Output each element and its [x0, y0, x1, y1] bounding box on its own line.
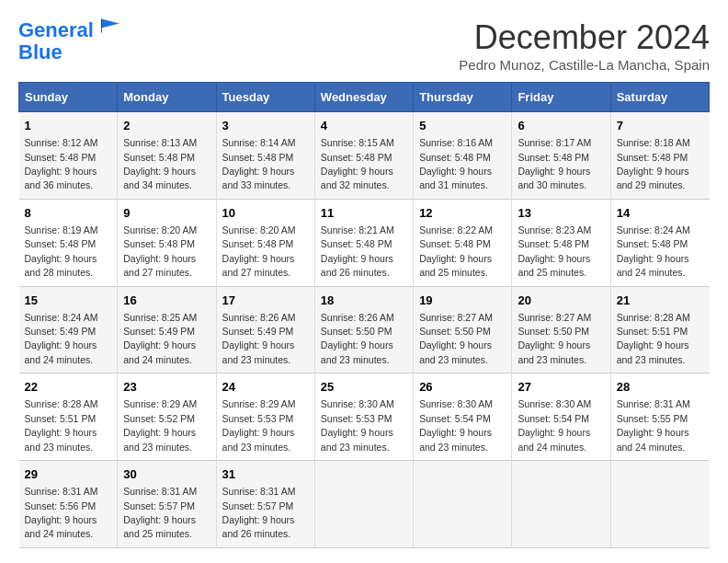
day-number: 2: [123, 118, 210, 134]
day-daylight: Daylight: 9 hours and 23 minutes.: [617, 339, 689, 364]
calendar-week-3: 22Sunrise: 8:28 AMSunset: 5:51 PMDayligh…: [19, 373, 710, 461]
day-sunset: Sunset: 5:48 PM: [222, 238, 294, 249]
col-monday: Monday: [118, 83, 216, 112]
calendar-cell: 14Sunrise: 8:24 AMSunset: 5:48 PMDayligh…: [610, 199, 709, 286]
day-number: 7: [617, 118, 704, 134]
logo-text-blue: Blue: [18, 41, 119, 63]
day-number: 3: [222, 118, 309, 134]
day-daylight: Daylight: 9 hours and 24 minutes.: [25, 514, 97, 539]
day-daylight: Daylight: 9 hours and 24 minutes.: [123, 339, 196, 364]
col-saturday: Saturday: [610, 83, 709, 112]
day-daylight: Daylight: 9 hours and 29 minutes.: [617, 166, 689, 190]
calendar-cell: 4Sunrise: 8:15 AMSunset: 5:48 PMDaylight…: [314, 112, 413, 200]
calendar-week-0: 1Sunrise: 8:12 AMSunset: 5:48 PMDaylight…: [19, 112, 710, 200]
day-number: 6: [518, 118, 604, 134]
day-number: 21: [617, 293, 704, 309]
day-sunrise: Sunrise: 8:19 AM: [25, 224, 98, 236]
day-sunset: Sunset: 5:50 PM: [321, 326, 392, 337]
day-sunrise: Sunrise: 8:31 AM: [25, 486, 98, 497]
calendar-cell: 15Sunrise: 8:24 AMSunset: 5:49 PMDayligh…: [19, 286, 118, 373]
day-number: 18: [321, 293, 407, 309]
day-sunrise: Sunrise: 8:14 AM: [222, 137, 296, 148]
day-sunrise: Sunrise: 8:26 AM: [321, 312, 394, 323]
day-daylight: Daylight: 9 hours and 27 minutes.: [222, 253, 295, 278]
day-sunset: Sunset: 5:49 PM: [222, 326, 294, 337]
calendar-cell: [610, 461, 709, 548]
day-daylight: Daylight: 9 hours and 31 minutes.: [419, 166, 492, 190]
calendar-cell: 29Sunrise: 8:31 AMSunset: 5:56 PMDayligh…: [19, 461, 118, 548]
day-number: 31: [222, 466, 309, 483]
day-sunset: Sunset: 5:48 PM: [419, 152, 491, 163]
col-tuesday: Tuesday: [216, 83, 314, 112]
day-daylight: Daylight: 9 hours and 23 minutes.: [222, 339, 295, 364]
calendar-cell: [512, 461, 610, 548]
calendar-cell: 5Sunrise: 8:16 AMSunset: 5:48 PMDaylight…: [414, 112, 512, 200]
day-number: 14: [617, 205, 704, 222]
calendar-cell: 8Sunrise: 8:19 AMSunset: 5:48 PMDaylight…: [19, 199, 118, 286]
day-sunrise: Sunrise: 8:29 AM: [123, 398, 197, 409]
day-sunset: Sunset: 5:48 PM: [123, 238, 195, 249]
col-sunday: Sunday: [19, 83, 118, 112]
col-thursday: Thursday: [414, 83, 512, 112]
day-daylight: Daylight: 9 hours and 25 minutes.: [419, 253, 492, 278]
day-sunset: Sunset: 5:48 PM: [419, 238, 491, 249]
day-sunrise: Sunrise: 8:30 AM: [419, 398, 493, 409]
day-daylight: Daylight: 9 hours and 23 minutes.: [222, 427, 295, 452]
calendar-week-1: 8Sunrise: 8:19 AMSunset: 5:48 PMDaylight…: [19, 199, 710, 286]
col-friday: Friday: [512, 83, 610, 112]
day-sunrise: Sunrise: 8:29 AM: [222, 398, 296, 409]
day-number: 23: [123, 379, 210, 396]
logo-text: General: [18, 18, 119, 41]
day-number: 27: [518, 379, 604, 396]
logo-flag-icon: [101, 17, 119, 35]
day-sunrise: Sunrise: 8:22 AM: [419, 224, 493, 236]
day-number: 11: [321, 205, 407, 222]
calendar-cell: [314, 461, 413, 548]
day-daylight: Daylight: 9 hours and 23 minutes.: [25, 427, 97, 452]
day-daylight: Daylight: 9 hours and 30 minutes.: [518, 166, 590, 190]
day-sunset: Sunset: 5:48 PM: [123, 152, 195, 163]
day-sunset: Sunset: 5:54 PM: [419, 413, 491, 424]
day-number: 20: [518, 293, 604, 309]
day-sunset: Sunset: 5:48 PM: [222, 152, 294, 163]
calendar-cell: 27Sunrise: 8:30 AMSunset: 5:54 PMDayligh…: [512, 373, 610, 461]
day-sunrise: Sunrise: 8:18 AM: [617, 137, 690, 148]
day-number: 13: [518, 205, 604, 222]
day-sunrise: Sunrise: 8:24 AM: [617, 224, 690, 236]
calendar-cell: 19Sunrise: 8:27 AMSunset: 5:50 PMDayligh…: [414, 286, 512, 373]
calendar-header: Sunday Monday Tuesday Wednesday Thursday…: [19, 83, 710, 112]
day-number: 1: [25, 118, 112, 134]
calendar-cell: 23Sunrise: 8:29 AMSunset: 5:52 PMDayligh…: [118, 373, 216, 461]
day-sunset: Sunset: 5:48 PM: [518, 238, 589, 249]
calendar-cell: 10Sunrise: 8:20 AMSunset: 5:48 PMDayligh…: [216, 199, 314, 286]
day-daylight: Daylight: 9 hours and 23 minutes.: [419, 427, 492, 452]
day-number: 17: [222, 293, 309, 309]
day-sunrise: Sunrise: 8:27 AM: [419, 312, 493, 323]
day-sunset: Sunset: 5:53 PM: [321, 413, 392, 424]
day-number: 30: [123, 466, 210, 483]
day-sunrise: Sunrise: 8:27 AM: [518, 312, 591, 323]
day-daylight: Daylight: 9 hours and 23 minutes.: [321, 339, 393, 364]
day-sunrise: Sunrise: 8:26 AM: [222, 312, 296, 323]
svg-marker-0: [101, 19, 119, 29]
day-number: 15: [25, 293, 112, 309]
day-sunrise: Sunrise: 8:13 AM: [123, 137, 197, 148]
day-number: 19: [419, 293, 506, 309]
day-sunset: Sunset: 5:51 PM: [617, 326, 688, 337]
day-number: 29: [25, 466, 112, 483]
day-number: 16: [123, 293, 210, 309]
day-sunrise: Sunrise: 8:20 AM: [222, 224, 296, 236]
day-sunset: Sunset: 5:48 PM: [25, 238, 97, 249]
day-sunrise: Sunrise: 8:28 AM: [617, 312, 690, 323]
logo: General Blue: [18, 18, 119, 63]
day-sunrise: Sunrise: 8:28 AM: [25, 398, 98, 409]
day-sunrise: Sunrise: 8:20 AM: [123, 224, 197, 236]
day-sunset: Sunset: 5:57 PM: [123, 500, 195, 511]
calendar-cell: 13Sunrise: 8:23 AMSunset: 5:48 PMDayligh…: [512, 199, 610, 286]
calendar-cell: 3Sunrise: 8:14 AMSunset: 5:48 PMDaylight…: [216, 112, 314, 200]
day-daylight: Daylight: 9 hours and 28 minutes.: [25, 253, 97, 278]
day-sunrise: Sunrise: 8:24 AM: [25, 312, 98, 323]
location-title: Pedro Munoz, Castille-La Mancha, Spain: [459, 57, 710, 73]
day-number: 8: [25, 205, 112, 222]
calendar-cell: 20Sunrise: 8:27 AMSunset: 5:50 PMDayligh…: [512, 286, 610, 373]
